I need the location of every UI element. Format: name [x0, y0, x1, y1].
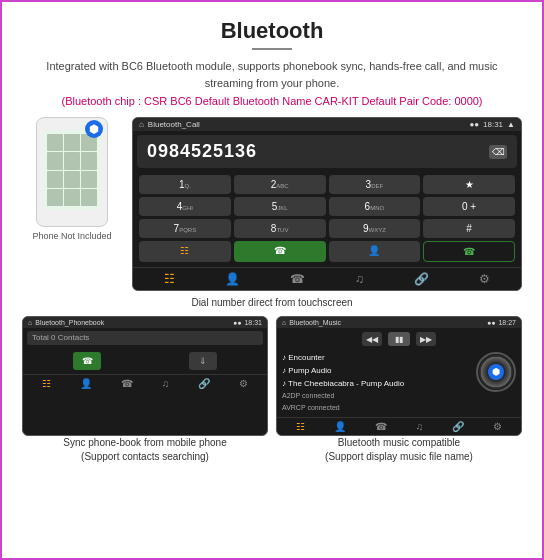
dial-caption: Dial number direct from touchscreen — [22, 297, 522, 308]
ms-disc: ⬢ — [476, 352, 516, 392]
key-4[interactable]: 4GHI — [139, 197, 231, 216]
pb-topbar-title: Bluetooth_Phonebook — [35, 319, 104, 326]
phonebook-caption-line2: (Support contacts searching) — [22, 450, 268, 464]
pb-person-icon[interactable]: 👤 — [80, 378, 92, 389]
chip-info: (Bluetooth chip : CSR BC6 Default Blueto… — [22, 95, 522, 107]
dial-link-icon[interactable]: 🔗 — [414, 272, 429, 286]
key-2[interactable]: 2ABC — [234, 175, 326, 194]
ms-next-btn[interactable]: ▶▶ — [416, 332, 436, 346]
key-0plus[interactable]: 0 + — [423, 197, 515, 216]
ms-music-icon[interactable]: ♫ — [416, 421, 424, 432]
key-3[interactable]: 3DEF — [329, 175, 421, 194]
dial-topbar-title: Bluetooth_Call — [148, 120, 200, 129]
key-5[interactable]: 5JKL — [234, 197, 326, 216]
pb-link-icon[interactable]: 🔗 — [198, 378, 210, 389]
pb-settings-icon[interactable]: ⚙ — [239, 378, 248, 389]
phonebook-caption-line1: Sync phone-book from mobile phone — [22, 436, 268, 450]
phone-not-included-label: Phone Not Included — [32, 231, 111, 241]
dial-number: 0984525136 — [147, 141, 257, 162]
key-1[interactable]: 1Q. — [139, 175, 231, 194]
ms-home-icon: ⌂ — [282, 319, 286, 326]
pb-call-btn[interactable]: ☎ — [73, 352, 101, 370]
music-caption-line1: Bluetooth music compatible — [276, 436, 522, 450]
title-underline — [252, 48, 292, 50]
ms-time: 18:27 — [498, 319, 516, 326]
key-call-green[interactable]: ☎ — [234, 241, 326, 262]
key-6[interactable]: 6MNO — [329, 197, 421, 216]
key-8[interactable]: 8TUV — [234, 219, 326, 238]
ms-status2: AVRCP connected — [282, 402, 470, 413]
pb-music-icon[interactable]: ♫ — [162, 378, 170, 389]
ms-signal-icon: ●● — [487, 319, 495, 326]
dial-phone-icon[interactable]: ☎ — [290, 272, 305, 286]
dial-menu-icon[interactable]: ☷ — [164, 272, 175, 286]
ms-topbar-title: Bluetooth_Music — [289, 319, 341, 326]
ms-status1: A2DP connected — [282, 390, 470, 401]
key-hash[interactable]: # — [423, 219, 515, 238]
pb-menu-icon[interactable]: ☷ — [42, 378, 51, 389]
ms-menu-icon[interactable]: ☷ — [296, 421, 305, 432]
music-screen: ⌂ Bluetooth_Music ●● 18:27 ◀◀ ▮▮ ▶▶ ♪ En… — [276, 316, 522, 436]
key-9[interactable]: 9WXYZ — [329, 219, 421, 238]
ms-link-icon[interactable]: 🔗 — [452, 421, 464, 432]
dial-music-icon[interactable]: ♫ — [355, 272, 364, 286]
music-caption-line2: (Support display music file name) — [276, 450, 522, 464]
ms-phone-icon[interactable]: ☎ — [375, 421, 387, 432]
dial-arrow-icon: ▲ — [507, 120, 515, 129]
pb-search-box[interactable]: Total 0 Contacts — [27, 331, 263, 345]
dial-signal-icon: ●● — [469, 120, 479, 129]
ms-prev-btn[interactable]: ◀◀ — [362, 332, 382, 346]
ms-track3: ♪ The Cheebiacabra - Pump Audio — [282, 378, 470, 391]
dial-person-icon[interactable]: 👤 — [225, 272, 240, 286]
dial-screen: ⌂ Bluetooth_Call ●● 18:31 ▲ 0984525136 ⌫… — [132, 117, 522, 291]
phone-image: ⬢ — [36, 117, 108, 227]
dial-settings-icon[interactable]: ⚙ — [479, 272, 490, 286]
bluetooth-badge: ⬢ — [85, 120, 103, 138]
page-title: Bluetooth — [22, 18, 522, 44]
ms-disc-bt-icon: ⬢ — [488, 364, 504, 380]
dial-delete-btn[interactable]: ⌫ — [489, 145, 507, 159]
dial-time: 18:31 — [483, 120, 503, 129]
pb-phone-icon[interactable]: ☎ — [121, 378, 133, 389]
dial-home-icon: ⌂ — [139, 120, 144, 129]
key-star[interactable]: ★ — [423, 175, 515, 194]
pb-home-icon: ⌂ — [28, 319, 32, 326]
description-text: Integrated with BC6 Bluetooth module, su… — [22, 58, 522, 91]
key-end-call[interactable]: ☎ — [423, 241, 515, 262]
key-contact[interactable]: 👤 — [329, 241, 421, 262]
phonebook-screen: ⌂ Bluetooth_Phonebook ●● 18:31 Total 0 C… — [22, 316, 268, 436]
ms-person-icon[interactable]: 👤 — [334, 421, 346, 432]
pb-signal-icon: ●● — [233, 319, 241, 326]
ms-track2: ♪ Pump Audio — [282, 365, 470, 378]
pb-time: 18:31 — [244, 319, 262, 326]
key-dialpad[interactable]: ☷ — [139, 241, 231, 262]
pb-download-btn[interactable]: ⇓ — [189, 352, 217, 370]
ms-play-btn[interactable]: ▮▮ — [388, 332, 410, 346]
key-7[interactable]: 7PQRS — [139, 219, 231, 238]
ms-settings-icon[interactable]: ⚙ — [493, 421, 502, 432]
ms-track1: ♪ Encounter — [282, 352, 470, 365]
